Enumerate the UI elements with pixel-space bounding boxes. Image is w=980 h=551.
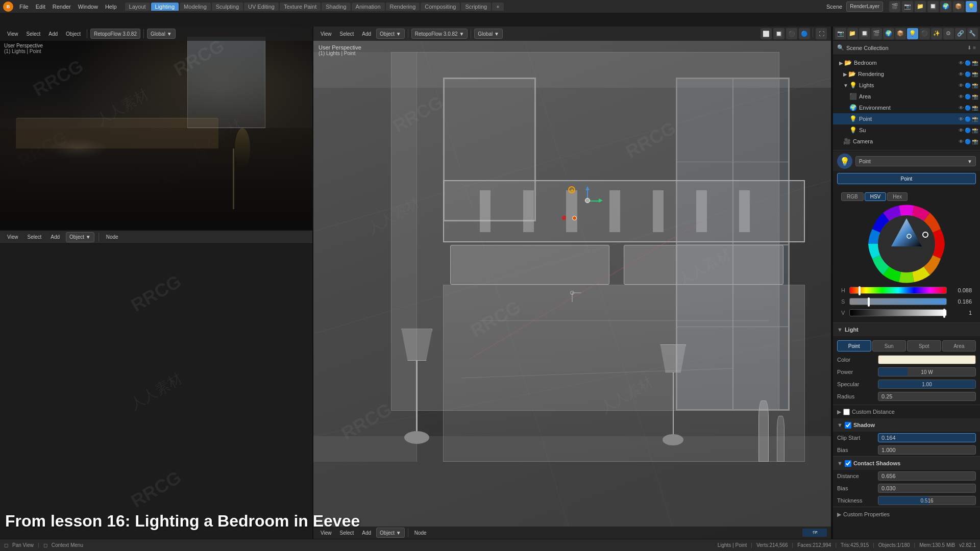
tab-hex[interactable]: Hex	[887, 192, 908, 201]
view-btn-timeline[interactable]: View	[4, 233, 21, 241]
clip-start-value[interactable]: 0.164	[878, 433, 976, 442]
material-props-icon[interactable]: ⚫	[919, 28, 930, 39]
wireframe-icon[interactable]: 🔲	[773, 28, 785, 39]
world-icon[interactable]: 🌍	[940, 1, 951, 12]
eye-bedroom[interactable]: 👁	[959, 60, 964, 66]
tree-area[interactable]: ⬛ Area 👁 🔵 📸	[833, 91, 980, 102]
tab-shading[interactable]: Shading	[322, 3, 350, 11]
particles-props-icon[interactable]: ✨	[931, 28, 942, 39]
spot-btn[interactable]: Spot	[907, 340, 941, 352]
global-btn-3d[interactable]: Global ▼	[474, 29, 503, 39]
tab-modeling[interactable]: Modeling	[180, 3, 211, 11]
retopoflow-btn[interactable]: RetopoFlow 3.0.82	[90, 29, 140, 39]
center-3d-viewport[interactable]: View Select Add Object ▼ RetopoFlow 3.0.…	[313, 27, 832, 539]
view-layer-icon[interactable]: 🔲	[927, 1, 939, 12]
view-layer-props-icon[interactable]: 🔲	[859, 28, 870, 39]
s-slider[interactable]	[849, 298, 947, 305]
tab-compositing[interactable]: Compositing	[421, 3, 460, 11]
cs-thickness-value[interactable]: 0.516	[878, 496, 976, 505]
shadow-enabled-check[interactable]	[845, 422, 851, 429]
tab-uv-editing[interactable]: UV Editing	[244, 3, 279, 11]
world-props-icon[interactable]: 🌍	[883, 28, 894, 39]
sun-btn[interactable]: Sun	[872, 340, 906, 352]
tab-hsv[interactable]: HSV	[865, 192, 887, 201]
color-wheel-container[interactable]	[866, 203, 947, 285]
tree-rendering[interactable]: ▶ 📂 Rendering 👁 🔵 📸	[833, 68, 980, 80]
menu-file[interactable]: File	[16, 3, 32, 11]
viewport-rendered[interactable]: View Select Add Object RetopoFlow 3.0.82…	[0, 27, 312, 231]
tree-su[interactable]: 💡 Su 👁 🔵 📸	[833, 124, 980, 136]
tab-animation[interactable]: Animation	[352, 3, 385, 11]
constraints-props-icon[interactable]: 🔗	[955, 28, 966, 39]
area-btn[interactable]: Area	[942, 340, 976, 352]
tab-rendering[interactable]: Rendering	[386, 3, 420, 11]
view-btn-3d[interactable]: View	[317, 30, 335, 38]
tab-add[interactable]: +	[492, 3, 503, 11]
tab-sculpting[interactable]: Sculpting	[212, 3, 243, 11]
eye-area[interactable]: 👁	[959, 94, 964, 99]
modifiers-props-icon[interactable]: 🔧	[967, 28, 978, 39]
tab-texture-paint[interactable]: Texture Paint	[280, 3, 321, 11]
scene-icon[interactable]: 🎬	[889, 1, 900, 12]
eye-rendering[interactable]: 👁	[959, 71, 964, 77]
retopoflow-btn-3d[interactable]: RetopoFlow 3.0.82 ▼	[411, 29, 468, 39]
light-btn-point[interactable]: Point	[837, 173, 976, 184]
tree-lights[interactable]: ▼ 💡 Lights 👁 🔵 📸	[833, 80, 980, 91]
select-btn-rendered[interactable]: Select	[23, 30, 44, 38]
add-btn-3d[interactable]: Add	[359, 30, 374, 38]
vp-bottom-add[interactable]: Add	[359, 529, 374, 537]
global-btn-rendered[interactable]: Global ▼	[147, 29, 176, 39]
fullscreen-icon[interactable]: ⛶	[816, 28, 827, 39]
tree-camera[interactable]: 🎥 Camera 👁 🔵 📸	[833, 136, 980, 147]
add-btn-timeline[interactable]: Add	[47, 233, 63, 241]
light-props-icon[interactable]: 💡	[907, 28, 918, 39]
render-props-icon[interactable]: 📷	[835, 28, 846, 39]
object-icon[interactable]: 📦	[953, 1, 964, 12]
tab-lighting[interactable]: Lighting	[151, 3, 179, 11]
menu-help[interactable]: Help	[102, 3, 120, 11]
render-layer-btn[interactable]: RenderLayer	[846, 2, 883, 12]
scene-props-icon[interactable]: 🎬	[871, 28, 883, 39]
contact-shadows-check[interactable]	[845, 460, 851, 467]
obj-props-icon[interactable]: 📦	[895, 28, 906, 39]
s-value[interactable]: 0.186	[949, 298, 972, 305]
menu-render[interactable]: Render	[50, 3, 74, 11]
eye-lights[interactable]: 👁	[959, 83, 964, 88]
eye-camera[interactable]: 👁	[959, 139, 964, 144]
h-value[interactable]: 0.088	[949, 287, 972, 293]
solid-mode-icon[interactable]: ⬜	[761, 28, 772, 39]
tree-point[interactable]: 💡 Point 👁 🔵 📸	[833, 113, 980, 124]
v-slider[interactable]	[849, 309, 947, 316]
render-icon[interactable]: 📷	[902, 1, 913, 12]
add-btn-rendered[interactable]: Add	[45, 30, 61, 38]
radius-value[interactable]: 0.25	[878, 392, 976, 401]
channel-btn[interactable]: Object ▼	[66, 232, 94, 242]
h-slider[interactable]	[849, 287, 947, 294]
output-icon[interactable]: 📁	[915, 1, 926, 12]
shadow-header[interactable]: ▼ Shadow	[833, 418, 980, 432]
power-value[interactable]: 10 W	[878, 367, 976, 377]
eye-environment[interactable]: 👁	[959, 105, 964, 111]
material-icon[interactable]: ⚫	[786, 28, 797, 39]
eye-su[interactable]: 👁	[959, 128, 964, 133]
light-type-btn[interactable]: Point ▼	[855, 156, 976, 166]
color-swatch[interactable]	[878, 355, 976, 364]
output-props-icon[interactable]: 📁	[847, 28, 859, 39]
menu-window[interactable]: Window	[75, 3, 101, 11]
object-btn-3d[interactable]: Object ▼	[376, 29, 405, 39]
vp-bottom-object[interactable]: Object ▼	[376, 528, 405, 538]
menu-edit[interactable]: Edit	[33, 3, 48, 11]
tree-bedroom[interactable]: ▶ 📂 Bedroom 👁 🔵 📸	[833, 57, 980, 68]
select-btn-timeline[interactable]: Select	[24, 233, 45, 241]
sort-icon[interactable]: ≡	[973, 45, 976, 51]
object-btn-rendered[interactable]: Object	[63, 30, 84, 38]
view-btn-rendered[interactable]: View	[4, 30, 21, 38]
specular-value[interactable]: 1.00	[878, 380, 976, 389]
tree-environment[interactable]: 🌍 Environment 👁 🔵 📸	[833, 102, 980, 113]
custom-dist-check[interactable]	[843, 409, 850, 415]
select-btn-3d[interactable]: Select	[337, 30, 357, 38]
bias-value[interactable]: 1.000	[878, 445, 976, 455]
tab-layout[interactable]: Layout	[125, 3, 150, 11]
tab-scripting[interactable]: Scripting	[461, 3, 491, 11]
physics-props-icon[interactable]: ⚙	[943, 28, 954, 39]
